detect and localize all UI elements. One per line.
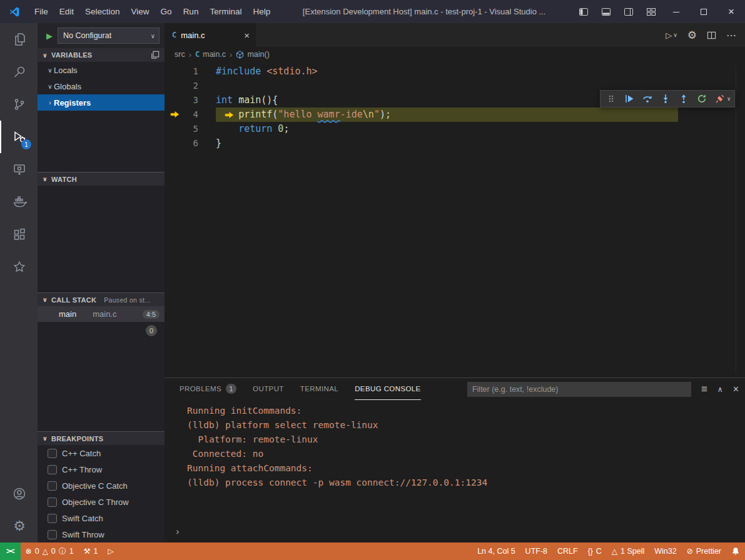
- breakpoint-checkbox[interactable]: [48, 481, 57, 491]
- debug-console[interactable]: Running initCommands:(lldb) platform sel…: [165, 400, 745, 542]
- disconnect-icon[interactable]: [712, 91, 729, 107]
- breakpoints-header[interactable]: ∨ BREAKPOINTS: [38, 431, 165, 445]
- debug-config-dropdown[interactable]: No Configurat ∨: [58, 28, 160, 44]
- menu-terminal[interactable]: Terminal: [204, 0, 247, 23]
- customize-layout-icon[interactable]: [640, 0, 662, 23]
- breakpoint-gutter[interactable]: [165, 136, 185, 151]
- breakpoint-gutter[interactable]: [165, 108, 185, 122]
- variables-item-locals[interactable]: ∨Locals: [38, 62, 165, 78]
- more-actions-icon[interactable]: ⋯: [726, 29, 736, 41]
- platform-status[interactable]: Win32: [649, 542, 681, 560]
- minimize-button[interactable]: ─: [662, 0, 690, 23]
- code-line-6[interactable]: 6}: [165, 136, 745, 151]
- variables-item-registers[interactable]: ›Registers: [38, 94, 165, 111]
- toggle-secondary-sidebar-icon[interactable]: [617, 0, 640, 23]
- remote-explorer-icon[interactable]: [0, 153, 38, 186]
- code-line-5[interactable]: 5 return 0;: [165, 122, 745, 136]
- watch-header[interactable]: ∨ WATCH: [38, 172, 165, 186]
- breadcrumb-item[interactable]: Cmain.c: [195, 50, 226, 59]
- breakpoint-item[interactable]: Swift Catch: [38, 510, 165, 526]
- breakpoint-checkbox[interactable]: [48, 449, 57, 458]
- console-prompt-icon[interactable]: ›: [175, 526, 181, 538]
- breakpoint-checkbox[interactable]: [48, 498, 57, 507]
- start-debug-icon[interactable]: ▶: [46, 31, 53, 41]
- problems-status[interactable]: ⊗ 0 △ 0 ⓘ 1: [21, 542, 79, 560]
- variables-item-globals[interactable]: ∨Globals: [38, 78, 165, 94]
- extensions-icon[interactable]: [0, 218, 38, 251]
- collapse-all-icon[interactable]: [151, 51, 160, 59]
- variables-header[interactable]: ∨ VARIABLES: [38, 48, 165, 62]
- maximize-panel-icon[interactable]: ∧: [717, 385, 723, 394]
- source-control-icon[interactable]: [0, 88, 38, 121]
- run-and-debug-icon[interactable]: 1: [0, 121, 38, 153]
- panel-tab-output[interactable]: OUTPUT: [253, 378, 284, 400]
- breakpoint-gutter[interactable]: [165, 79, 185, 93]
- breakpoint-item[interactable]: Swift Throw: [38, 526, 165, 542]
- breakpoint-item[interactable]: C++ Throw: [38, 461, 165, 478]
- account-icon[interactable]: [0, 478, 38, 510]
- explorer-icon[interactable]: [0, 23, 38, 56]
- step-over-icon[interactable]: [639, 91, 656, 107]
- close-window-button[interactable]: ×: [717, 0, 745, 23]
- step-out-icon[interactable]: [676, 91, 692, 107]
- menu-file[interactable]: File: [29, 0, 54, 23]
- search-icon[interactable]: [0, 56, 38, 88]
- manage-gear-icon[interactable]: ⚙: [687, 30, 697, 41]
- docker-icon[interactable]: [0, 186, 38, 218]
- star-icon[interactable]: [0, 251, 38, 283]
- tab-main-c[interactable]: C main.c ×: [165, 23, 256, 47]
- breakpoint-gutter[interactable]: [165, 122, 185, 136]
- menu-go[interactable]: Go: [155, 0, 178, 23]
- panel-tab-debug-console[interactable]: DEBUG CONSOLE: [355, 378, 421, 400]
- formatter-status[interactable]: ⊘ Prettier: [682, 542, 726, 560]
- step-into-icon[interactable]: [657, 91, 674, 107]
- panel-tab-terminal[interactable]: TERMINAL: [300, 378, 338, 400]
- restart-icon[interactable]: [694, 91, 711, 107]
- eol-status[interactable]: CRLF: [552, 542, 583, 560]
- breakpoint-checkbox[interactable]: [48, 514, 57, 523]
- drag-handle-icon[interactable]: [603, 91, 620, 107]
- menu-view[interactable]: View: [126, 0, 155, 23]
- code-line-4[interactable]: 4 printf("hello wamr-ide\n");: [165, 108, 745, 122]
- remote-indicator[interactable]: ><: [0, 542, 21, 560]
- stack-frame-row[interactable]: main main.c 4:5: [38, 306, 165, 322]
- menu-run[interactable]: Run: [178, 0, 205, 23]
- language-status[interactable]: {} C: [583, 542, 607, 560]
- encoding-status[interactable]: UTF-8: [520, 542, 552, 560]
- editor[interactable]: 1#include <stdio.h>23int main(){4 printf…: [165, 62, 745, 378]
- cursor-position[interactable]: Ln 4, Col 5: [472, 542, 520, 560]
- line-number: 2: [185, 79, 198, 93]
- breadcrumb-item[interactable]: main(): [236, 50, 269, 59]
- panel-tab-problems[interactable]: PROBLEMS1: [180, 378, 236, 400]
- breakpoint-checkbox[interactable]: [48, 530, 57, 539]
- close-panel-icon[interactable]: ×: [733, 384, 739, 395]
- tools-status[interactable]: ⚒ 1: [79, 542, 103, 560]
- code-line-1[interactable]: 1#include <stdio.h>: [165, 64, 745, 79]
- continue-icon[interactable]: [621, 91, 638, 107]
- thread-row[interactable]: 0: [38, 322, 165, 339]
- toggle-panel-icon[interactable]: [595, 0, 617, 23]
- maximize-button[interactable]: [690, 0, 717, 23]
- call-stack-header[interactable]: ∨ CALL STACK Paused on st...: [38, 292, 165, 306]
- run-or-debug-icon[interactable]: ▷ ∨: [666, 31, 677, 40]
- breakpoint-item[interactable]: Objective C Catch: [38, 478, 165, 494]
- split-editor-icon[interactable]: [707, 31, 716, 40]
- close-tab-icon[interactable]: ×: [244, 30, 250, 41]
- breakpoint-checkbox[interactable]: [48, 465, 57, 474]
- breakpoint-gutter[interactable]: [165, 64, 185, 79]
- breakpoint-item[interactable]: C++ Catch: [38, 445, 165, 461]
- chevron-down-icon[interactable]: ∨: [727, 96, 731, 102]
- toggle-sidebar-icon[interactable]: [572, 0, 595, 23]
- breakpoint-gutter[interactable]: [165, 93, 185, 108]
- notifications-bell[interactable]: [726, 542, 745, 560]
- menu-edit[interactable]: Edit: [54, 0, 79, 23]
- spell-checker-status[interactable]: △ 1 Spell: [607, 542, 649, 560]
- breakpoint-item[interactable]: Objective C Throw: [38, 494, 165, 510]
- debug-session-status[interactable]: ▷: [103, 542, 118, 560]
- menu-help[interactable]: Help: [247, 0, 276, 23]
- settings-gear-icon[interactable]: ⚙: [0, 510, 38, 542]
- filter-lines-icon[interactable]: ≡: [701, 383, 707, 396]
- console-filter-input[interactable]: [467, 382, 691, 397]
- menu-selection[interactable]: Selection: [79, 0, 126, 23]
- breadcrumb-item[interactable]: src: [175, 50, 185, 59]
